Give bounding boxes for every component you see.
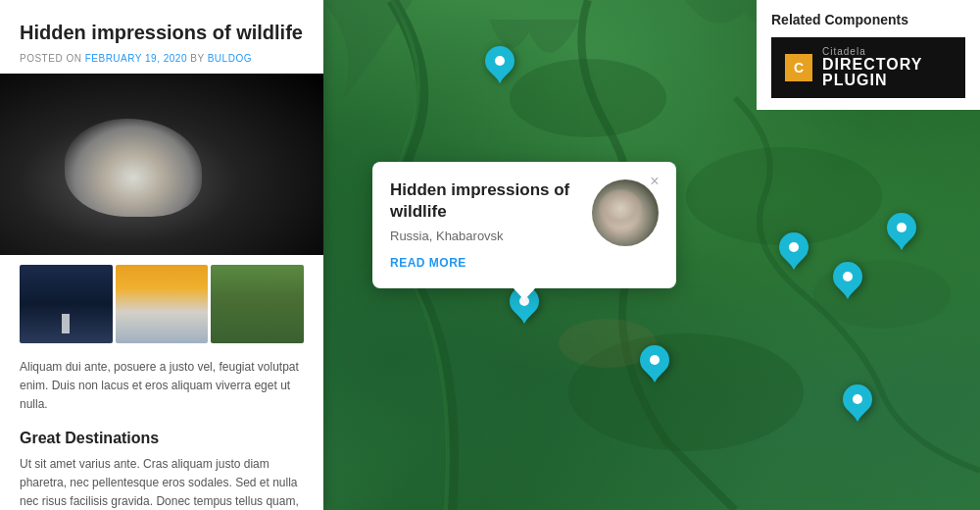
meta-prefix: POSTED ON [20, 53, 85, 64]
map-pin-3[interactable] [640, 345, 669, 382]
blog-body-text: Ut sit amet varius ante. Cras aliquam ju… [20, 455, 304, 510]
blog-meta: POSTED ON FEBRUARY 19, 2020 BY BULDOG [20, 53, 304, 64]
popup-text: Hidden impressions of wildlife Russia, K… [390, 179, 580, 271]
popup-title: Hidden impressions of wildlife [390, 179, 580, 223]
map-pin-5[interactable] [833, 262, 862, 299]
blog-thumbnails [0, 255, 323, 353]
popup-avatar [592, 179, 659, 246]
map-pin-1[interactable] [485, 46, 514, 83]
meta-by: BY [187, 53, 208, 64]
popup-content: Hidden impressions of wildlife Russia, K… [390, 179, 659, 271]
directory-plugin-banner[interactable]: C Citadela DIRECTORY PLUGIN [771, 37, 965, 98]
popup-read-more-link[interactable]: READ MORE [390, 256, 466, 270]
map-pin-6[interactable] [887, 213, 916, 250]
citadela-icon: C [785, 54, 812, 81]
related-title: Related Components [771, 12, 965, 27]
map-pin-7[interactable] [843, 384, 872, 422]
citadela-logo: Citadela DIRECTORY PLUGIN [822, 47, 952, 88]
wolf-photo [0, 74, 323, 255]
citadela-icon-letter: C [794, 60, 804, 76]
citadela-brand-bottom: DIRECTORY PLUGIN [822, 57, 952, 88]
thumbnail-3[interactable] [211, 265, 304, 343]
blog-panel: Hidden impressions of wildlife POSTED ON… [0, 0, 323, 510]
blog-excerpt: Aliquam dui ante, posuere a justo vel, f… [20, 358, 304, 415]
related-components-panel: Related Components C Citadela DIRECTORY … [757, 0, 980, 110]
meta-author-link[interactable]: BULDOG [208, 53, 252, 64]
blog-text: Aliquam dui ante, posuere a justo vel, f… [0, 353, 323, 510]
thumbnail-2[interactable] [116, 265, 209, 343]
map-pin-4[interactable] [779, 232, 808, 270]
blog-header: Hidden impressions of wildlife POSTED ON… [0, 0, 323, 74]
popup-avatar-image [592, 179, 659, 246]
popup-location: Russia, Khabarovsk [390, 229, 580, 243]
svg-point-1 [686, 147, 882, 245]
map-popup: × Hidden impressions of wildlife Russia,… [372, 162, 676, 288]
blog-section-heading: Great Destinations [20, 430, 304, 447]
thumbnail-1[interactable] [20, 265, 113, 343]
svg-point-0 [510, 59, 666, 137]
blog-hero-image [0, 74, 323, 255]
blog-title: Hidden impressions of wildlife [20, 20, 304, 45]
meta-date-link[interactable]: FEBRUARY 19, 2020 [85, 53, 187, 64]
